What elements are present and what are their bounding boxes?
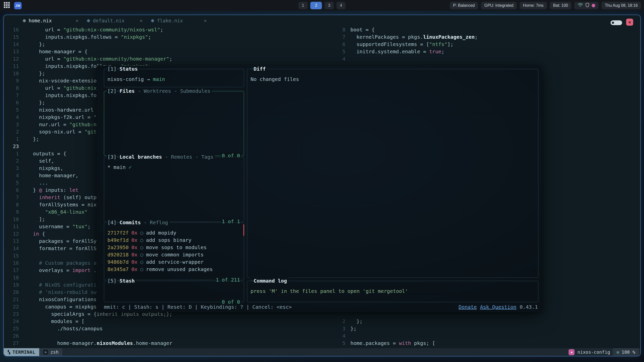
line-number: 24: [4, 318, 19, 325]
wifi-icon[interactable]: [578, 3, 583, 8]
code-line[interactable]: 7 kernelPackages = pkgs.linuxPackages_ze…: [331, 33, 478, 41]
statusline-right: ◆ nixos-config ≡ 100 %: [569, 348, 640, 356]
tab-close-icon[interactable]: ×: [75, 18, 78, 24]
tab-default-nix[interactable]: ❄ default.nix ×: [83, 15, 147, 26]
lazygit-status-panel[interactable]: [1]─Status nixos-config → main: [104, 69, 244, 87]
gpu-module[interactable]: GPU: Integrated: [481, 2, 517, 9]
code-text: home-manager,: [33, 172, 78, 179]
window-toggle-pill[interactable]: [611, 20, 622, 25]
commit-graph-node: ○: [140, 237, 143, 244]
code-line[interactable]: 2 };: [331, 318, 435, 325]
commit-row[interactable]: 2a239500x○move sops to modules: [107, 244, 241, 251]
code-line[interactable]: 6 supportedFilesystems = ["ntfs"];: [331, 41, 478, 48]
line-number: 4: [4, 172, 19, 179]
code-line[interactable]: 16 url = "github:nix-community/nixos-wsl…: [4, 26, 287, 33]
code-line[interactable]: 27 home-manager.nixosModules.home-manage…: [4, 340, 287, 347]
mode-label: TERMINAL: [13, 349, 35, 355]
code-line[interactable]: 14 };: [4, 41, 287, 48]
code-text: ];: [33, 216, 45, 223]
commit-author: 0x: [131, 251, 137, 258]
workspace-2-active[interactable]: 2: [310, 2, 322, 9]
line-number: 3: [4, 121, 19, 128]
screen: JW 1 2 3 4 P: Balanced GPU: Integrated H…: [0, 0, 644, 362]
code-line[interactable]: 5home.packages = with pkgs; [: [331, 340, 435, 347]
donate-link[interactable]: Donate: [459, 303, 477, 311]
panel-title: [4]─Commits - Reflog: [107, 219, 170, 226]
workspace-3[interactable]: 3: [325, 2, 334, 9]
workspace-4[interactable]: 4: [337, 2, 346, 9]
line-number: 20: [4, 289, 19, 296]
tab-close-icon[interactable]: ×: [204, 18, 207, 24]
commit-row[interactable]: 2717f2f0x○add mopidy: [107, 229, 241, 237]
code-text: url = "github:nix-community/nixos-wsl";: [33, 26, 163, 33]
commit-graph-node: ○: [140, 229, 143, 237]
commit-row[interactable]: d9202180x○move common imports: [107, 251, 241, 258]
lazygit-diff-panel[interactable]: ─Diff No changed files: [247, 69, 538, 278]
panel-title: [5]─Stash: [107, 278, 136, 284]
commit-graph-node: ○: [140, 258, 143, 266]
commit-author: 0x: [131, 266, 137, 273]
lazygit-branches-panel[interactable]: [3]─Local branches - Remotes - Tags * ma…: [104, 157, 244, 222]
line-number: 1: [4, 150, 19, 157]
panel-title: ─Diff: [250, 66, 267, 72]
ask-question-link[interactable]: Ask Question: [480, 303, 516, 311]
commits-scrollbar-thumb[interactable]: [243, 224, 244, 236]
lazygit-stash-panel[interactable]: [5]─Stash 0 of 0: [104, 281, 244, 302]
nix-snowflake-icon: ❄: [22, 18, 26, 23]
apps-grid-icon[interactable]: [4, 2, 10, 9]
commit-row[interactable]: b49ef1d0x○add sops binary: [107, 237, 241, 244]
code-line[interactable]: 24 modules = [: [4, 318, 287, 325]
workspace-1[interactable]: 1: [299, 2, 308, 9]
tray-module[interactable]: [574, 2, 598, 9]
window-close-button[interactable]: ×: [626, 19, 633, 26]
code-line[interactable]: 3};: [331, 325, 435, 332]
tab-home-nix[interactable]: ❄ home.nix ×: [18, 15, 83, 26]
status-dot-icon[interactable]: [592, 4, 595, 7]
code-line[interactable]: 13 home-manager = {: [4, 48, 287, 55]
code-line[interactable]: 5 initrd.systemd.enable = true;: [331, 48, 478, 55]
code-text: boot = {: [350, 26, 375, 33]
editor-tabbar: ❄ home.nix × ❄ default.nix × ❄ flake.nix…: [4, 15, 640, 26]
code-line[interactable]: 4: [331, 55, 478, 63]
code-line[interactable]: 8boot = {: [331, 26, 478, 33]
line-number: 12: [4, 230, 19, 238]
code-text: "x86_64-linux": [33, 208, 88, 216]
topbar-left: JW: [0, 2, 22, 9]
layout-badge[interactable]: JW: [14, 2, 22, 9]
tab-close-icon[interactable]: ×: [140, 18, 143, 24]
shell-name: zsh: [50, 349, 59, 355]
lazygit-command-log-panel[interactable]: ─Command log press 'M' in the files pane…: [247, 281, 538, 302]
command-log-content: press 'M' in the files panel to open 'gi…: [247, 281, 538, 295]
tab-flake-nix[interactable]: ❄ flake.nix ×: [147, 15, 211, 26]
nix-snowflake-icon: ❄: [87, 18, 90, 23]
line-number: 25: [4, 325, 19, 332]
commit-hash: 9486b7d: [107, 258, 129, 266]
line-number: 16: [4, 26, 19, 33]
code-line[interactable]: 15 inputs.nixpkgs.follows = "nixpkgs";: [4, 33, 287, 41]
code-text: nixpkgs,: [33, 165, 63, 172]
commit-row[interactable]: 9486b7d0x○add service-wrapper: [107, 258, 241, 266]
code-text: };: [33, 99, 45, 106]
battery-module[interactable]: Bat: 100: [550, 2, 572, 9]
power-profile-module[interactable]: P: Balanced: [450, 2, 478, 9]
code-line[interactable]: 4: [331, 332, 435, 340]
line-number: 10: [4, 70, 19, 77]
code-text: inputs.nixpkgs.follows = "nixpkgs";: [33, 33, 151, 41]
lazygit-files-panel[interactable]: [2]─Files - Worktrees - Submodules 0 of …: [104, 91, 244, 156]
code-line[interactable]: 12 url = "github:nix-community/home-mana…: [4, 55, 287, 63]
ping-module[interactable]: Home: 7ms: [520, 2, 547, 9]
commit-row[interactable]: 8e345a70x○remove unused packages: [107, 266, 241, 273]
clock-module[interactable]: Thu Aug 08, 18:16: [601, 2, 641, 9]
tab-label: default.nix: [93, 18, 125, 23]
workspace-switcher: 1 2 3 4: [299, 2, 346, 9]
lazygit-commits-panel[interactable]: [4]─Commits - Reflog 2717f2f0x○add mopid…: [104, 222, 244, 280]
code-line[interactable]: 26: [4, 332, 287, 340]
shield-icon[interactable]: [585, 3, 589, 8]
line-number: 6: [331, 41, 345, 48]
code-text: modules = [: [33, 318, 85, 325]
line-number: 9: [4, 77, 19, 84]
line-number: 26: [4, 332, 19, 340]
code-text: } @ inputs: let: [33, 187, 78, 194]
code-line[interactable]: 25 ./hosts/canopus: [4, 325, 287, 332]
line-number: 6: [4, 187, 19, 194]
